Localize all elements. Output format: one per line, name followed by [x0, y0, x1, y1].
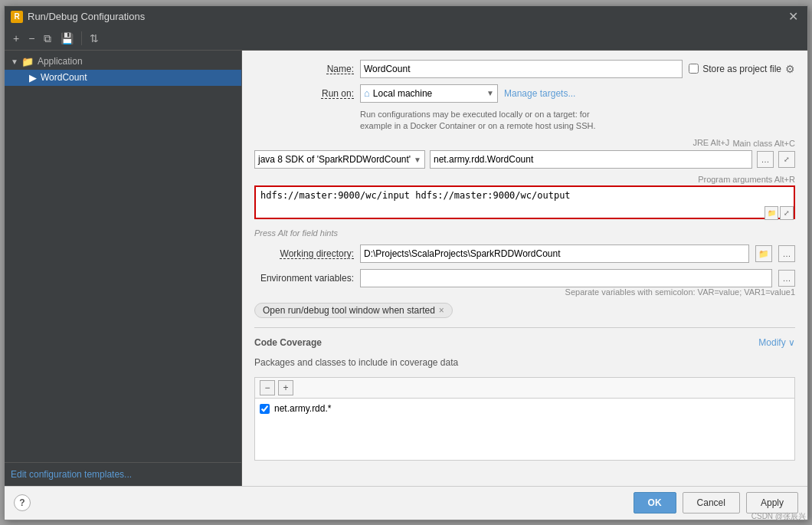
expand-arrow: ▼: [11, 57, 18, 66]
tag-row: Open run/debug tool window when started …: [254, 303, 795, 318]
prog-args-browse-button[interactable]: 📁: [765, 206, 778, 220]
add-config-button[interactable]: +: [9, 31, 23, 46]
edit-templates-link[interactable]: Edit configuration templates...: [11, 469, 132, 480]
close-button[interactable]: ✕: [785, 9, 801, 25]
sdk-arrow: ▼: [414, 156, 421, 164]
hints-row: JRE Alt+J Main class Alt+C: [254, 138, 795, 149]
apply-button[interactable]: Apply: [746, 492, 798, 514]
open-tool-window-tag: Open run/debug tool window when started …: [254, 303, 453, 318]
main-class-expand-button[interactable]: ⤢: [778, 151, 795, 168]
run-on-dropdown[interactable]: ⌂ Local machine ▼: [360, 84, 498, 103]
gear-icon[interactable]: ⚙: [785, 63, 795, 75]
bottom-left: ?: [14, 494, 31, 511]
sdk-value: java 8 SDK of 'SparkRDDWordCount': [258, 154, 411, 165]
prog-args-hint-row: Program arguments Alt+R: [254, 175, 795, 184]
store-checkbox[interactable]: [689, 64, 699, 74]
run-debug-dialog: R Run/Debug Configurations ✕ + − ⧉ 💾 ⇅ ▼…: [4, 5, 808, 520]
toolbar-separator: [81, 31, 82, 45]
folder-icon: 📁: [21, 56, 34, 67]
sdk-main-row: java 8 SDK of 'SparkRDDWordCount' ▼ … ⤢: [254, 150, 795, 169]
run-on-label: Run on:: [254, 88, 354, 99]
title-bar: R Run/Debug Configurations ✕: [5, 6, 807, 28]
sidebar-item-application[interactable]: ▼ 📁 Application: [5, 54, 241, 70]
coverage-add-button[interactable]: +: [278, 380, 293, 395]
dialog-toolbar: + − ⧉ 💾 ⇅: [5, 28, 807, 51]
app-icon: R: [11, 11, 23, 23]
watermark: CSDN @张辰兴: [751, 511, 806, 522]
env-vars-input[interactable]: [360, 269, 772, 287]
run-on-row: Run on: ⌂ Local machine ▼ Manage targets…: [254, 84, 795, 103]
working-dir-row: Working directory: 📁 …: [254, 244, 795, 263]
name-row: Name: WordCount Store as project file ⚙: [254, 60, 795, 78]
separate-vars-text: Separate variables with semicolon: VAR=v…: [565, 287, 795, 297]
ok-button[interactable]: OK: [634, 492, 676, 514]
remove-config-button[interactable]: −: [25, 31, 38, 46]
sidebar-tree: ▼ 📁 Application ▶ WordCount: [5, 51, 241, 462]
sidebar-item-label: Application: [38, 56, 83, 67]
bottom-bar: ? OK Cancel Apply: [5, 486, 807, 520]
coverage-list: net.army.rdd.*: [255, 399, 794, 460]
dialog-title: Run/Debug Configurations: [28, 11, 145, 22]
info-text: Run configurations may be executed local…: [360, 109, 795, 133]
coverage-item-label: net.army.rdd.*: [274, 403, 331, 414]
prog-args-wrapper: hdfs://master:9000/wc/input hdfs://maste…: [254, 185, 795, 221]
env-vars-browse-button[interactable]: …: [778, 270, 795, 287]
env-vars-section: Environment variables: … Separate variab…: [254, 269, 795, 297]
prog-args-hint: Program arguments Alt+R: [698, 175, 795, 184]
main-class-input[interactable]: [430, 150, 752, 169]
jre-hint: JRE Alt+J: [692, 138, 729, 147]
run-icon: ▶: [29, 72, 37, 84]
tag-label: Open run/debug tool window when started: [263, 305, 435, 316]
help-button[interactable]: ?: [14, 494, 31, 511]
title-bar-left: R Run/Debug Configurations: [11, 11, 145, 23]
sidebar-item-wordcount-label: WordCount: [41, 72, 87, 83]
coverage-remove-button[interactable]: −: [260, 380, 275, 395]
jre-sdk-section: JRE Alt+J Main class Alt+C java 8 SDK of…: [254, 138, 795, 169]
coverage-item: net.army.rdd.*: [260, 402, 790, 415]
coverage-table: − + net.army.rdd.*: [254, 377, 795, 461]
working-dir-browse-button[interactable]: …: [778, 245, 795, 262]
separate-text-row: Separate variables with semicolon: VAR=v…: [254, 287, 795, 297]
manage-targets-link[interactable]: Manage targets...: [504, 88, 575, 99]
config-panel: Name: WordCount Store as project file ⚙ …: [242, 51, 807, 486]
prog-args-input[interactable]: hdfs://master:9000/wc/input hdfs://maste…: [254, 185, 795, 219]
run-on-value: Local machine: [373, 88, 432, 99]
working-dir-input[interactable]: [360, 244, 749, 263]
name-input[interactable]: WordCount: [360, 60, 683, 78]
code-coverage-header: Code Coverage Modify ∨: [254, 337, 795, 348]
copy-config-button[interactable]: ⧉: [40, 31, 55, 46]
coverage-toolbar: − +: [255, 378, 794, 399]
cancel-button[interactable]: Cancel: [683, 492, 740, 514]
main-class-browse-button[interactable]: …: [757, 151, 774, 168]
code-coverage-title: Code Coverage: [254, 337, 322, 348]
bottom-right: OK Cancel Apply: [634, 492, 798, 514]
name-left: Name: WordCount: [254, 60, 683, 78]
prog-args-icons: 📁 ⤢: [765, 206, 794, 220]
sidebar-bottom: Edit configuration templates...: [5, 462, 241, 486]
modify-link[interactable]: Modify ∨: [758, 337, 795, 348]
home-icon: ⌂: [364, 87, 370, 99]
section-divider: [254, 327, 795, 328]
main-content: ▼ 📁 Application ▶ WordCount Edit configu…: [5, 51, 807, 486]
save-config-button[interactable]: 💾: [57, 31, 77, 46]
sidebar-item-wordcount[interactable]: ▶ WordCount: [5, 70, 241, 86]
working-dir-folder-button[interactable]: 📁: [755, 245, 772, 262]
store-checkbox-area: Store as project file ⚙: [689, 63, 795, 75]
env-vars-label: Environment variables:: [254, 273, 354, 284]
coverage-desc: Packages and classes to include in cover…: [254, 357, 795, 368]
prog-args-expand-button[interactable]: ⤢: [780, 206, 794, 220]
sdk-dropdown[interactable]: java 8 SDK of 'SparkRDDWordCount' ▼: [254, 150, 425, 169]
sort-config-button[interactable]: ⇅: [86, 31, 103, 46]
name-label: Name:: [254, 64, 354, 74]
store-label: Store as project file: [702, 64, 781, 74]
press-alt-hint: Press Alt for field hints: [254, 228, 795, 238]
env-vars-row: Environment variables: …: [254, 269, 795, 287]
prog-args-area: Program arguments Alt+R hdfs://master:90…: [254, 175, 795, 221]
tag-close-button[interactable]: ×: [439, 306, 444, 315]
main-class-hint: Main class Alt+C: [732, 139, 795, 148]
working-dir-label: Working directory:: [254, 248, 354, 259]
sidebar: ▼ 📁 Application ▶ WordCount Edit configu…: [5, 51, 242, 486]
dropdown-arrow: ▼: [486, 89, 494, 97]
coverage-item-checkbox[interactable]: [260, 404, 270, 414]
